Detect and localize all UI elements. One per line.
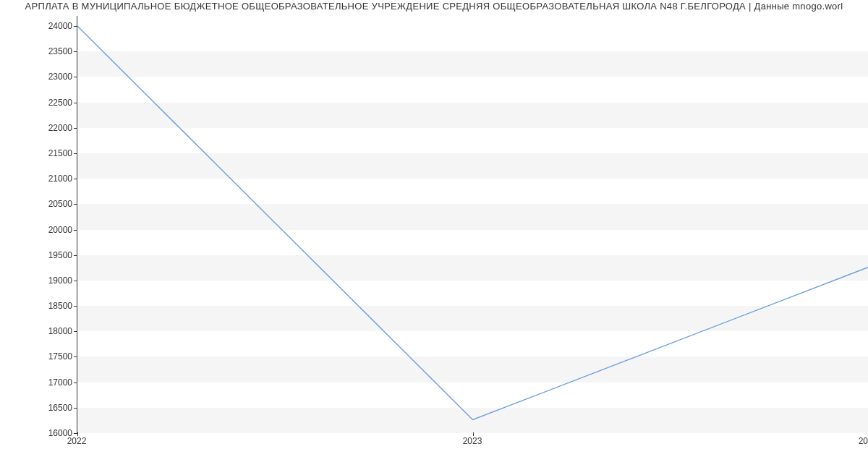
y-tick-label: 17000 <box>6 377 72 388</box>
y-tick-label: 24000 <box>6 21 72 31</box>
y-tick-label: 22500 <box>6 98 72 108</box>
plot-area <box>77 16 868 433</box>
y-tick-label: 19500 <box>6 250 72 260</box>
line-series <box>77 16 868 432</box>
y-tick-label: 18000 <box>6 326 72 336</box>
y-tick-label: 18500 <box>6 301 72 311</box>
y-tick-label: 20000 <box>6 225 72 235</box>
y-tick-label: 21500 <box>6 148 72 158</box>
y-tick-label: 23500 <box>6 46 72 56</box>
y-tick-label: 16000 <box>6 428 72 438</box>
x-tick-label: 2024 <box>859 436 868 446</box>
y-tick-label: 21000 <box>6 174 72 184</box>
x-tick-label: 2022 <box>67 436 87 446</box>
chart-title: АРПЛАТА В МУНИЦИПАЛЬНОЕ БЮДЖЕТНОЕ ОБЩЕОБ… <box>0 1 868 12</box>
y-tick-label: 23000 <box>6 72 72 82</box>
y-tick-label: 19000 <box>6 275 72 286</box>
y-tick-label: 22000 <box>6 123 72 133</box>
y-tick-label: 20500 <box>6 199 72 209</box>
y-tick-label: 16500 <box>6 403 72 413</box>
x-tick-label: 2023 <box>463 436 482 446</box>
chart-container: АРПЛАТА В МУНИЦИПАЛЬНОЕ БЮДЖЕТНОЕ ОБЩЕОБ… <box>0 0 868 470</box>
series-line <box>77 26 868 419</box>
y-tick-label: 17500 <box>6 351 72 362</box>
